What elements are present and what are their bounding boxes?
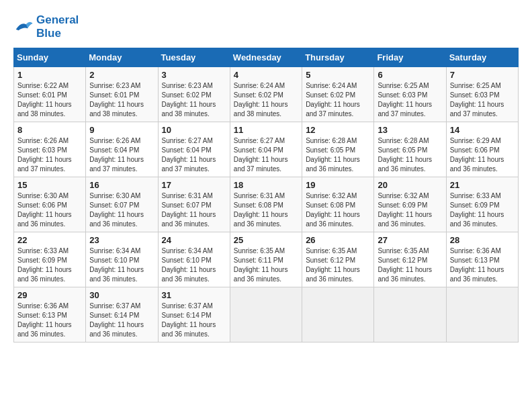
calendar-week-row: 1 Sunrise: 6:22 AMSunset: 6:01 PMDayligh… <box>14 66 519 122</box>
calendar-header-thursday: Thursday <box>302 48 374 66</box>
page-header: General Blue <box>13 13 519 41</box>
day-number: 19 <box>306 180 370 190</box>
calendar-day-cell: 10 Sunrise: 6:27 AMSunset: 6:04 PMDaylig… <box>158 122 230 177</box>
day-number: 31 <box>162 290 226 300</box>
day-info: Sunrise: 6:29 AMSunset: 6:06 PMDaylight:… <box>450 137 504 173</box>
day-info: Sunrise: 6:33 AMSunset: 6:09 PMDaylight:… <box>17 247 72 283</box>
day-info: Sunrise: 6:31 AMSunset: 6:08 PMDaylight:… <box>234 192 288 228</box>
calendar-day-cell: 25 Sunrise: 6:35 AMSunset: 6:11 PMDaylig… <box>230 232 302 287</box>
calendar-day-cell: 13 Sunrise: 6:28 AMSunset: 6:05 PMDaylig… <box>374 122 446 177</box>
calendar-day-cell: 28 Sunrise: 6:36 AMSunset: 6:13 PMDaylig… <box>446 232 518 287</box>
calendar-day-cell: 29 Sunrise: 6:36 AMSunset: 6:13 PMDaylig… <box>14 287 86 342</box>
calendar-day-cell: 8 Sunrise: 6:26 AMSunset: 6:03 PMDayligh… <box>14 122 86 177</box>
calendar-day-cell: 1 Sunrise: 6:22 AMSunset: 6:01 PMDayligh… <box>14 66 86 122</box>
day-number: 27 <box>378 235 442 245</box>
calendar-header-tuesday: Tuesday <box>158 48 230 66</box>
calendar-day-cell <box>374 287 446 342</box>
calendar-week-row: 8 Sunrise: 6:26 AMSunset: 6:03 PMDayligh… <box>14 122 519 177</box>
day-info: Sunrise: 6:37 AMSunset: 6:14 PMDaylight:… <box>89 302 144 338</box>
day-number: 2 <box>89 70 154 80</box>
calendar-day-cell: 3 Sunrise: 6:23 AMSunset: 6:02 PMDayligh… <box>158 66 230 122</box>
day-info: Sunrise: 6:30 AMSunset: 6:07 PMDaylight:… <box>89 192 144 228</box>
day-info: Sunrise: 6:27 AMSunset: 6:04 PMDaylight:… <box>162 137 216 173</box>
day-number: 12 <box>306 125 370 135</box>
calendar-table: SundayMondayTuesdayWednesdayThursdayFrid… <box>13 48 519 342</box>
day-info: Sunrise: 6:37 AMSunset: 6:14 PMDaylight:… <box>162 302 216 338</box>
day-number: 26 <box>306 235 370 245</box>
logo: General Blue <box>13 13 79 41</box>
calendar-day-cell: 30 Sunrise: 6:37 AMSunset: 6:14 PMDaylig… <box>86 287 158 342</box>
calendar-day-cell: 16 Sunrise: 6:30 AMSunset: 6:07 PMDaylig… <box>86 177 158 232</box>
day-info: Sunrise: 6:30 AMSunset: 6:06 PMDaylight:… <box>17 192 72 228</box>
day-number: 6 <box>378 70 442 80</box>
day-info: Sunrise: 6:35 AMSunset: 6:12 PMDaylight:… <box>306 247 360 283</box>
calendar-day-cell: 6 Sunrise: 6:25 AMSunset: 6:03 PMDayligh… <box>374 66 446 122</box>
day-info: Sunrise: 6:25 AMSunset: 6:03 PMDaylight:… <box>378 82 432 118</box>
day-info: Sunrise: 6:36 AMSunset: 6:13 PMDaylight:… <box>450 247 504 283</box>
calendar-day-cell: 9 Sunrise: 6:26 AMSunset: 6:04 PMDayligh… <box>86 122 158 177</box>
day-info: Sunrise: 6:31 AMSunset: 6:07 PMDaylight:… <box>162 192 216 228</box>
day-number: 24 <box>162 235 226 245</box>
day-number: 28 <box>450 235 515 245</box>
calendar-day-cell <box>302 287 374 342</box>
calendar-day-cell: 22 Sunrise: 6:33 AMSunset: 6:09 PMDaylig… <box>14 232 86 287</box>
day-number: 21 <box>450 180 515 190</box>
calendar-day-cell: 7 Sunrise: 6:25 AMSunset: 6:03 PMDayligh… <box>446 66 518 122</box>
day-number: 29 <box>17 290 82 300</box>
logo-icon <box>13 19 34 35</box>
day-info: Sunrise: 6:33 AMSunset: 6:09 PMDaylight:… <box>450 192 504 228</box>
day-number: 3 <box>162 70 226 80</box>
day-number: 7 <box>450 70 515 80</box>
day-number: 20 <box>378 180 442 190</box>
day-number: 13 <box>378 125 442 135</box>
calendar-day-cell: 21 Sunrise: 6:33 AMSunset: 6:09 PMDaylig… <box>446 177 518 232</box>
calendar-header-row: SundayMondayTuesdayWednesdayThursdayFrid… <box>14 48 519 66</box>
calendar-day-cell: 12 Sunrise: 6:28 AMSunset: 6:05 PMDaylig… <box>302 122 374 177</box>
day-info: Sunrise: 6:26 AMSunset: 6:03 PMDaylight:… <box>17 137 72 173</box>
day-number: 14 <box>450 125 515 135</box>
day-number: 15 <box>17 180 82 190</box>
calendar-day-cell: 15 Sunrise: 6:30 AMSunset: 6:06 PMDaylig… <box>14 177 86 232</box>
calendar-week-row: 22 Sunrise: 6:33 AMSunset: 6:09 PMDaylig… <box>14 232 519 287</box>
calendar-day-cell: 20 Sunrise: 6:32 AMSunset: 6:09 PMDaylig… <box>374 177 446 232</box>
day-number: 18 <box>234 180 298 190</box>
day-number: 1 <box>17 70 82 80</box>
day-number: 22 <box>17 235 82 245</box>
calendar-day-cell: 11 Sunrise: 6:27 AMSunset: 6:04 PMDaylig… <box>230 122 302 177</box>
day-info: Sunrise: 6:34 AMSunset: 6:10 PMDaylight:… <box>89 247 144 283</box>
day-info: Sunrise: 6:32 AMSunset: 6:08 PMDaylight:… <box>306 192 360 228</box>
calendar-week-row: 15 Sunrise: 6:30 AMSunset: 6:06 PMDaylig… <box>14 177 519 232</box>
day-info: Sunrise: 6:28 AMSunset: 6:05 PMDaylight:… <box>306 137 360 173</box>
day-info: Sunrise: 6:25 AMSunset: 6:03 PMDaylight:… <box>450 82 504 118</box>
day-info: Sunrise: 6:28 AMSunset: 6:05 PMDaylight:… <box>378 137 432 173</box>
calendar-day-cell: 18 Sunrise: 6:31 AMSunset: 6:08 PMDaylig… <box>230 177 302 232</box>
calendar-header-sunday: Sunday <box>14 48 86 66</box>
day-info: Sunrise: 6:27 AMSunset: 6:04 PMDaylight:… <box>234 137 288 173</box>
calendar-day-cell: 5 Sunrise: 6:24 AMSunset: 6:02 PMDayligh… <box>302 66 374 122</box>
day-info: Sunrise: 6:32 AMSunset: 6:09 PMDaylight:… <box>378 192 432 228</box>
day-info: Sunrise: 6:24 AMSunset: 6:02 PMDaylight:… <box>306 82 360 118</box>
day-number: 25 <box>234 235 298 245</box>
calendar-day-cell: 23 Sunrise: 6:34 AMSunset: 6:10 PMDaylig… <box>86 232 158 287</box>
calendar-header-monday: Monday <box>86 48 158 66</box>
day-info: Sunrise: 6:35 AMSunset: 6:11 PMDaylight:… <box>234 247 288 283</box>
calendar-header-wednesday: Wednesday <box>230 48 302 66</box>
calendar-day-cell: 31 Sunrise: 6:37 AMSunset: 6:14 PMDaylig… <box>158 287 230 342</box>
calendar-week-row: 29 Sunrise: 6:36 AMSunset: 6:13 PMDaylig… <box>14 287 519 342</box>
calendar-day-cell: 26 Sunrise: 6:35 AMSunset: 6:12 PMDaylig… <box>302 232 374 287</box>
day-number: 11 <box>234 125 298 135</box>
logo-text: General Blue <box>36 13 79 41</box>
day-number: 8 <box>17 125 82 135</box>
day-number: 10 <box>162 125 226 135</box>
day-number: 4 <box>234 70 298 80</box>
calendar-day-cell: 2 Sunrise: 6:23 AMSunset: 6:01 PMDayligh… <box>86 66 158 122</box>
day-number: 17 <box>162 180 226 190</box>
day-number: 16 <box>89 180 154 190</box>
calendar-day-cell: 27 Sunrise: 6:35 AMSunset: 6:12 PMDaylig… <box>374 232 446 287</box>
calendar-day-cell: 24 Sunrise: 6:34 AMSunset: 6:10 PMDaylig… <box>158 232 230 287</box>
calendar-day-cell: 19 Sunrise: 6:32 AMSunset: 6:08 PMDaylig… <box>302 177 374 232</box>
day-info: Sunrise: 6:23 AMSunset: 6:01 PMDaylight:… <box>89 82 144 118</box>
day-number: 9 <box>89 125 154 135</box>
calendar-day-cell <box>230 287 302 342</box>
day-info: Sunrise: 6:26 AMSunset: 6:04 PMDaylight:… <box>89 137 144 173</box>
